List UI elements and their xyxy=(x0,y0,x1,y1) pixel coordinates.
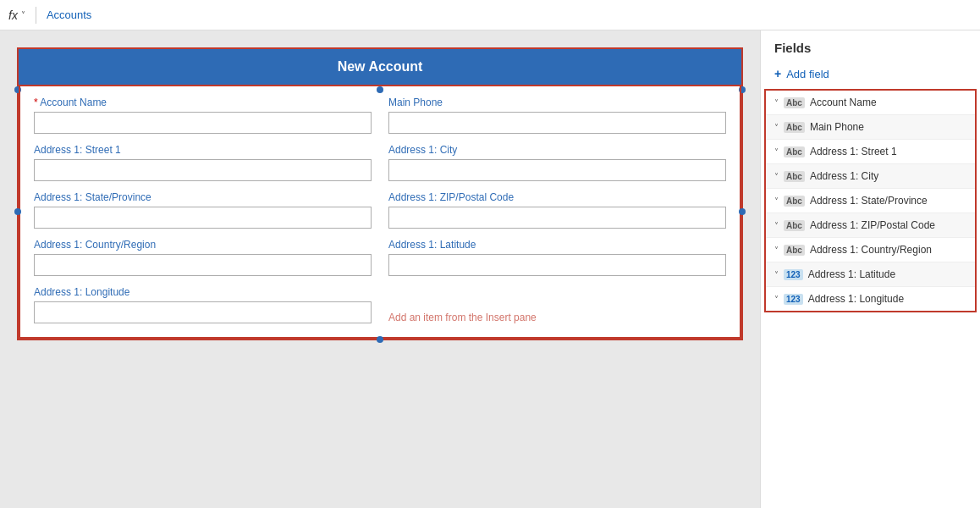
field-name-label: Address 1: City xyxy=(810,170,966,182)
formula-bar: fx ˅ xyxy=(8,8,25,22)
top-bar: fx ˅ Accounts xyxy=(0,0,980,30)
input-address-zip[interactable] xyxy=(388,207,726,229)
field-list-item[interactable]: ˅ 123 Address 1: Latitude xyxy=(766,262,975,287)
add-item-text: Add an item from the Insert pane xyxy=(388,312,726,323)
canvas-area: New Account Account Name xyxy=(0,30,760,508)
field-list-item[interactable]: ˅ Abc Account Name xyxy=(766,91,975,115)
label-account-name: Account Name xyxy=(34,97,372,108)
field-account-name: Account Name xyxy=(34,97,372,134)
field-type-icon: Abc xyxy=(784,97,805,108)
field-list-item[interactable]: ˅ 123 Address 1: Longitude xyxy=(766,287,975,311)
field-address-longitude: Address 1: Longitude xyxy=(34,286,372,323)
fields-list: ˅ Abc Account Name ˅ Abc Main Phone ˅ Ab… xyxy=(764,89,977,312)
field-type-icon: 123 xyxy=(784,269,803,280)
field-address-city: Address 1: City xyxy=(388,144,726,181)
field-type-icon: Abc xyxy=(784,245,805,256)
top-bar-divider xyxy=(36,7,36,24)
field-chevron-icon: ˅ xyxy=(774,98,779,108)
panel-title: Fields xyxy=(761,41,980,64)
drag-handle-mid-right[interactable] xyxy=(739,208,746,215)
field-address-street: Address 1: Street 1 xyxy=(34,144,372,181)
field-type-icon: Abc xyxy=(784,146,805,157)
add-field-label: Add field xyxy=(786,68,829,80)
input-address-city[interactable] xyxy=(388,159,726,181)
field-type-icon: Abc xyxy=(784,196,805,207)
input-address-country[interactable] xyxy=(34,254,372,276)
field-list-item[interactable]: ˅ Abc Address 1: Country/Region xyxy=(766,238,975,262)
label-address-country: Address 1: Country/Region xyxy=(34,239,372,251)
field-list-item[interactable]: ˅ Abc Address 1: ZIP/Postal Code xyxy=(766,213,975,238)
field-name-label: Address 1: Latitude xyxy=(808,268,966,280)
drag-handle-mid-left[interactable] xyxy=(14,208,21,215)
field-chevron-icon: ˅ xyxy=(774,295,779,304)
field-chevron-icon: ˅ xyxy=(774,221,779,230)
field-list-item[interactable]: ˅ Abc Address 1: State/Province xyxy=(766,189,975,213)
field-name-label: Account Name xyxy=(810,97,966,108)
field-chevron-icon: ˅ xyxy=(774,246,779,255)
field-address-state: Address 1: State/Province xyxy=(34,191,372,229)
field-list-item[interactable]: ˅ Abc Address 1: City xyxy=(766,164,975,189)
input-address-street[interactable] xyxy=(34,159,372,181)
form-body: Account Name Main Phone Address 1: Stree… xyxy=(19,85,741,339)
field-chevron-icon: ˅ xyxy=(774,196,779,206)
field-chevron-icon: ˅ xyxy=(774,172,779,181)
field-name-label: Address 1: State/Province xyxy=(810,195,966,207)
label-main-phone: Main Phone xyxy=(388,97,726,108)
field-name-label: Address 1: Street 1 xyxy=(810,146,966,157)
label-address-state: Address 1: State/Province xyxy=(34,191,372,203)
field-chevron-icon: ˅ xyxy=(774,123,779,132)
label-address-longitude: Address 1: Longitude xyxy=(34,286,372,298)
field-address-country: Address 1: Country/Region xyxy=(34,239,372,276)
form-header: New Account xyxy=(19,49,741,85)
add-field-button[interactable]: + Add field xyxy=(761,64,980,89)
field-name-label: Address 1: Country/Region xyxy=(810,244,966,256)
add-field-plus-icon: + xyxy=(774,67,781,80)
main-layout: New Account Account Name xyxy=(0,30,980,508)
field-address-latitude: Address 1: Latitude xyxy=(388,239,726,276)
field-address-zip: Address 1: ZIP/Postal Code xyxy=(388,191,726,229)
label-address-street: Address 1: Street 1 xyxy=(34,144,372,156)
input-address-longitude[interactable] xyxy=(34,301,372,323)
input-account-name[interactable] xyxy=(34,112,372,134)
field-list-item[interactable]: ˅ Abc Main Phone xyxy=(766,115,975,140)
right-panel: Fields + Add field ˅ Abc Account Name ˅ … xyxy=(760,30,980,508)
field-name-label: Main Phone xyxy=(810,121,966,133)
form-title: New Account xyxy=(338,59,423,74)
label-address-city: Address 1: City xyxy=(388,144,726,156)
field-list-item[interactable]: ˅ Abc Address 1: Street 1 xyxy=(766,140,975,164)
breadcrumb[interactable]: Accounts xyxy=(47,8,91,21)
field-type-icon: Abc xyxy=(784,171,805,182)
field-type-icon: Abc xyxy=(784,220,805,231)
fx-chevron-icon[interactable]: ˅ xyxy=(21,10,25,19)
drag-handle-bottom-center[interactable] xyxy=(377,336,383,343)
form-grid: Account Name Main Phone Address 1: Stree… xyxy=(34,97,726,323)
label-address-zip: Address 1: ZIP/Postal Code xyxy=(388,191,726,203)
input-address-state[interactable] xyxy=(34,207,372,229)
field-chevron-icon: ˅ xyxy=(774,270,779,279)
field-name-label: Address 1: Longitude xyxy=(808,293,966,305)
form-container: New Account Account Name xyxy=(17,47,743,340)
input-address-latitude[interactable] xyxy=(388,254,726,276)
field-name-label: Address 1: ZIP/Postal Code xyxy=(810,219,966,231)
fx-label: fx xyxy=(8,8,18,22)
label-address-latitude: Address 1: Latitude xyxy=(388,239,726,251)
field-type-icon: 123 xyxy=(784,294,803,305)
field-empty-placeholder: Add an item from the Insert pane xyxy=(388,286,726,323)
input-main-phone[interactable] xyxy=(388,112,726,134)
field-chevron-icon: ˅ xyxy=(774,147,779,157)
field-type-icon: Abc xyxy=(784,122,805,133)
field-main-phone: Main Phone xyxy=(388,97,726,134)
